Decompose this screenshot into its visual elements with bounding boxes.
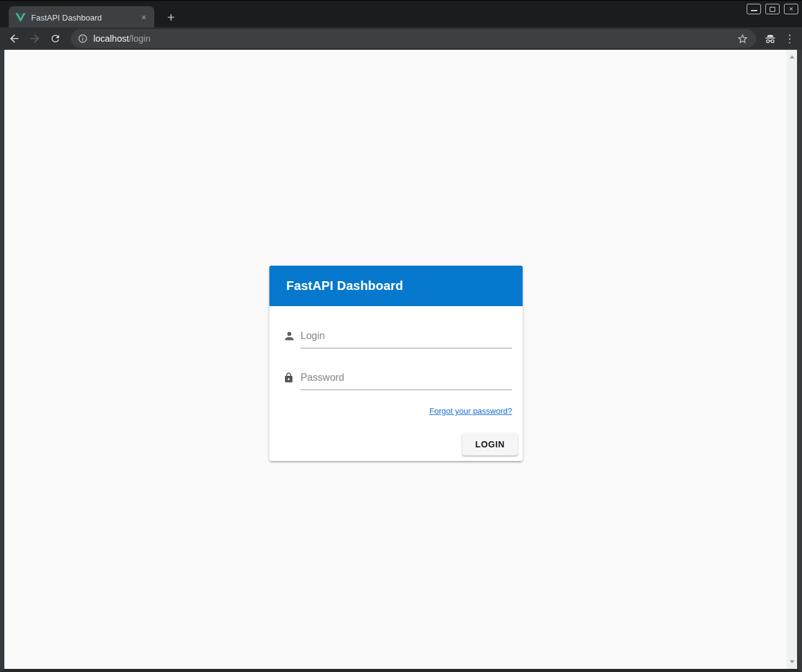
reload-button[interactable] [46, 29, 65, 48]
login-button-row: LOGIN [269, 433, 518, 455]
scroll-up-icon[interactable] [790, 55, 795, 58]
person-icon [283, 330, 296, 342]
page-scrollbar[interactable] [786, 50, 797, 669]
login-card-body: Forgot your password? LOGIN [269, 306, 523, 461]
site-info-icon[interactable] [78, 34, 88, 44]
url-host: localhost [93, 34, 129, 44]
url-path: /login [129, 34, 151, 44]
arrow-left-icon [8, 32, 21, 45]
reload-icon [50, 33, 61, 44]
arrow-right-icon [29, 32, 41, 45]
lock-icon [283, 371, 296, 384]
forgot-password-row: Forgot your password? [269, 405, 512, 416]
close-window-button[interactable]: × [784, 4, 798, 14]
forgot-password-link[interactable]: Forgot your password? [429, 406, 512, 416]
login-card: FastAPI Dashboard Fo [269, 266, 523, 461]
maximize-button[interactable] [765, 4, 780, 14]
forward-button[interactable] [26, 29, 44, 48]
page-viewport: FastAPI Dashboard Fo [0, 50, 802, 672]
login-input[interactable] [301, 328, 512, 348]
login-card-header: FastAPI Dashboard [269, 266, 523, 306]
url-bar[interactable]: localhost/login [71, 29, 756, 48]
tab-close-icon[interactable]: × [138, 12, 149, 23]
url-text[interactable]: localhost/login [93, 34, 151, 44]
password-input[interactable] [301, 370, 512, 390]
login-field-row [283, 328, 512, 348]
new-tab-button[interactable]: + [163, 9, 179, 26]
bookmark-star-icon[interactable] [737, 33, 748, 45]
back-button[interactable] [5, 29, 24, 48]
tab-title: FastAPI Dashboard [31, 13, 138, 22]
browser-menu-icon[interactable]: ⋮ [783, 30, 796, 47]
minimize-icon [751, 10, 757, 11]
login-button[interactable]: LOGIN [462, 433, 518, 455]
incognito-icon [762, 30, 778, 47]
password-field-row [283, 370, 512, 390]
vue-logo-icon [16, 12, 26, 22]
browser-tab-active[interactable]: FastAPI Dashboard × [9, 6, 154, 29]
maximize-icon [770, 7, 775, 12]
minimize-button[interactable] [747, 4, 761, 14]
scroll-down-icon[interactable] [790, 660, 795, 663]
login-card-title: FastAPI Dashboard [286, 279, 403, 293]
window-controls: × [747, 4, 798, 14]
browser-toolbar: localhost/login ⋮ [0, 27, 802, 50]
window-titlebar[interactable]: FastAPI Dashboard × + × [0, 0, 802, 27]
